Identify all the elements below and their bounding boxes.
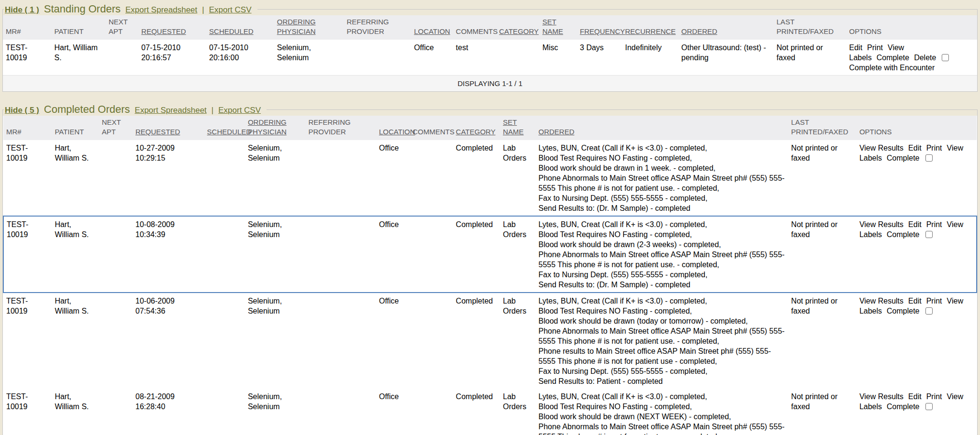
cell-referring-provider bbox=[305, 293, 376, 389]
cell-patient: Hart, William S. bbox=[52, 140, 99, 216]
col-header-requested[interactable]: REQUESTED bbox=[138, 15, 206, 40]
standing-orders-legend: Hide ( 1 ) Standing Orders Export Spread… bbox=[4, 3, 257, 15]
cell-requested: 07-15-2010 20:16:57 bbox=[138, 40, 206, 76]
table-row: TEST-10019 Hart, William S. 10-27-2009 1… bbox=[3, 140, 977, 216]
edit-link[interactable]: Edit bbox=[908, 144, 922, 152]
cell-mr: TEST-10019 bbox=[3, 40, 51, 76]
standing-export-csv-link[interactable]: Export CSV bbox=[209, 5, 252, 15]
complete-link[interactable]: Complete bbox=[887, 230, 919, 239]
cell-scheduled: 07-15-2010 20:16:00 bbox=[206, 40, 274, 76]
print-link[interactable]: Print bbox=[926, 297, 942, 305]
edit-link[interactable]: Edit bbox=[908, 220, 922, 228]
col-header-scheduled[interactable]: SCHEDULED bbox=[204, 116, 245, 140]
complete-with-encounter-link[interactable]: Complete with Encounter bbox=[849, 63, 974, 73]
hide-standing-orders-link[interactable]: Hide ( 1 ) bbox=[5, 5, 39, 15]
order-checkbox[interactable] bbox=[925, 231, 933, 238]
order-checkbox[interactable] bbox=[925, 307, 933, 315]
col-header-mr: MR# bbox=[3, 15, 51, 40]
print-link[interactable]: Print bbox=[867, 44, 883, 52]
cell-next-apt bbox=[99, 389, 133, 435]
completed-orders-title: Completed Orders bbox=[44, 103, 130, 116]
completed-orders-legend: Hide ( 5 ) Completed Orders Export Sprea… bbox=[4, 103, 267, 116]
cell-ordering-physician: Selenium, Selenium bbox=[245, 140, 305, 216]
print-link[interactable]: Print bbox=[926, 144, 942, 152]
col-header-frequency[interactable]: FREQUENCY bbox=[577, 15, 622, 40]
standing-header-row: MR# PATIENT NEXT APT REQUESTED SCHEDULED… bbox=[3, 15, 977, 40]
col-header-set-name[interactable]: SET NAME bbox=[539, 15, 577, 40]
hide-completed-orders-link[interactable]: Hide ( 5 ) bbox=[5, 106, 39, 115]
col-header-requested[interactable]: REQUESTED bbox=[133, 116, 204, 140]
order-checkbox[interactable] bbox=[925, 403, 933, 410]
cell-mr: TEST-10019 bbox=[3, 293, 52, 389]
col-header-category[interactable]: CATEGORY bbox=[496, 15, 539, 40]
col-header-referring-provider: REFERRING PROVIDER bbox=[305, 116, 376, 140]
view-results-link[interactable]: View Results bbox=[859, 392, 903, 401]
table-row: TEST-10019 Hart, William S. 10-06-2009 0… bbox=[3, 293, 977, 389]
standing-export-spreadsheet-link[interactable]: Export Spreadsheet bbox=[125, 5, 197, 15]
col-header-recurrence[interactable]: RECURRENCE bbox=[622, 15, 679, 40]
cell-set-name: Lab Orders bbox=[500, 140, 535, 216]
col-header-ordering-physician[interactable]: ORDERING PHYSICIAN bbox=[245, 116, 305, 140]
cell-location: Office bbox=[376, 140, 410, 216]
print-link[interactable]: Print bbox=[926, 392, 942, 401]
cell-requested: 10-27-2009 10:29:15 bbox=[133, 140, 204, 216]
col-header-scheduled[interactable]: SCHEDULED bbox=[206, 15, 274, 40]
col-header-category[interactable]: CATEGORY bbox=[453, 116, 500, 140]
edit-link[interactable]: Edit bbox=[849, 44, 863, 52]
table-row: TEST-10019 Hart, William S. 08-21-2009 1… bbox=[3, 389, 977, 435]
cell-options: View ResultsEditPrintView LabelsComplete bbox=[857, 389, 977, 435]
cell-patient: Hart, William S. bbox=[52, 216, 99, 293]
cell-scheduled bbox=[204, 140, 245, 216]
cell-set-name: Lab Orders bbox=[500, 293, 535, 389]
delete-link[interactable]: Delete bbox=[914, 54, 936, 62]
view-results-link[interactable]: View Results bbox=[859, 297, 903, 305]
cell-options: View ResultsEditPrintView LabelsComplete bbox=[857, 140, 977, 216]
order-checkbox[interactable] bbox=[942, 54, 949, 61]
cell-category: Completed bbox=[453, 389, 500, 435]
edit-link[interactable]: Edit bbox=[908, 297, 922, 305]
col-header-comments: COMMENTS bbox=[453, 15, 496, 40]
cell-comments bbox=[410, 140, 453, 216]
col-header-referring-provider: REFERRING PROVIDER bbox=[344, 15, 411, 40]
complete-link[interactable]: Complete bbox=[887, 154, 919, 162]
col-header-next-apt: NEXT APT bbox=[99, 116, 133, 140]
col-header-ordered[interactable]: ORDERED bbox=[535, 116, 788, 140]
table-row-highlighted: TEST-10019 Hart, William S. 10-08-2009 1… bbox=[3, 216, 977, 293]
cell-mr: TEST-10019 bbox=[3, 216, 52, 293]
order-checkbox[interactable] bbox=[925, 154, 933, 162]
cell-category: Completed bbox=[453, 140, 500, 216]
cell-last-printed-faxed: Not printed or faxed bbox=[788, 140, 857, 216]
col-header-location[interactable]: LOCATION bbox=[411, 15, 453, 40]
complete-link[interactable]: Complete bbox=[887, 402, 919, 411]
view-results-link[interactable]: View Results bbox=[859, 220, 903, 228]
view-results-link[interactable]: View Results bbox=[859, 144, 903, 152]
cell-next-apt bbox=[106, 40, 138, 76]
cell-patient: Hart, William S. bbox=[51, 40, 106, 76]
cell-category: Completed bbox=[453, 293, 500, 389]
complete-link[interactable]: Complete bbox=[887, 307, 919, 315]
cell-next-apt bbox=[99, 216, 133, 293]
standing-orders-title: Standing Orders bbox=[44, 3, 121, 15]
col-header-ordering-physician[interactable]: ORDERING PHYSICIAN bbox=[274, 15, 344, 40]
cell-referring-provider bbox=[305, 140, 376, 216]
cell-location: Office bbox=[376, 293, 410, 389]
completed-export-spreadsheet-link[interactable]: Export Spreadsheet bbox=[135, 106, 207, 115]
cell-scheduled bbox=[204, 216, 245, 293]
cell-ordered: Lytes, BUN, Creat (Call if K+ is <3.0) -… bbox=[535, 216, 788, 293]
completed-export-csv-link[interactable]: Export CSV bbox=[218, 106, 261, 115]
col-header-patient: PATIENT bbox=[51, 15, 106, 40]
cell-set-name: Misc bbox=[539, 40, 577, 76]
cell-comments: test bbox=[453, 40, 496, 76]
col-header-ordered[interactable]: ORDERED bbox=[679, 15, 774, 40]
print-link[interactable]: Print bbox=[926, 220, 942, 228]
cell-last-printed-faxed: Not printed or faxed bbox=[788, 216, 857, 293]
edit-link[interactable]: Edit bbox=[908, 392, 922, 401]
col-header-location[interactable]: LOCATION bbox=[376, 116, 410, 140]
col-header-set-name[interactable]: SET NAME bbox=[500, 116, 535, 140]
cell-frequency: 3 Days bbox=[577, 40, 622, 76]
cell-patient: Hart, William S. bbox=[52, 389, 99, 435]
cell-requested: 10-08-2009 10:34:39 bbox=[133, 216, 204, 293]
col-header-mr: MR# bbox=[3, 116, 52, 140]
cell-next-apt bbox=[99, 293, 133, 389]
complete-link[interactable]: Complete bbox=[877, 54, 909, 62]
